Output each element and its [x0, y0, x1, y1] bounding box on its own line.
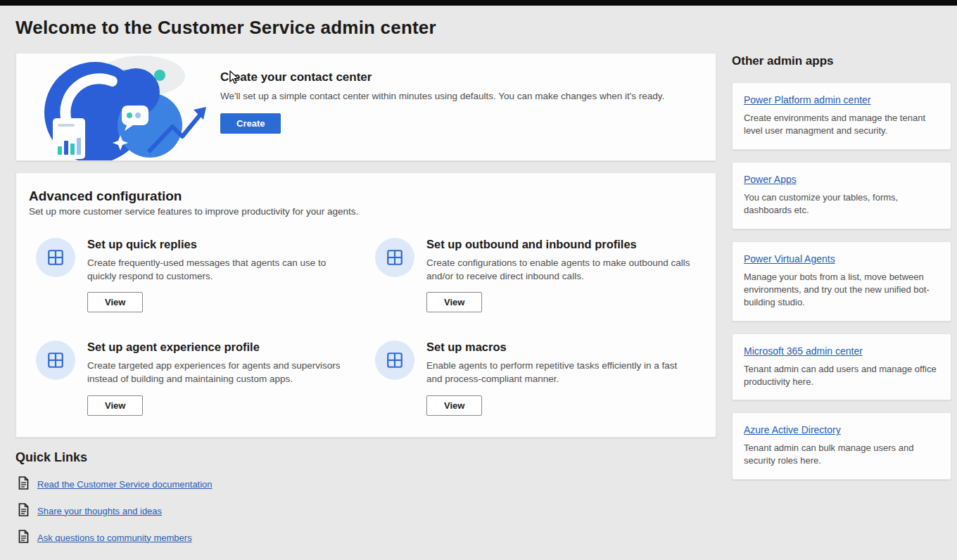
document-icon	[18, 503, 29, 519]
advanced-item-title: Set up quick replies	[87, 238, 353, 251]
contact-center-description: We'll set up a simple contact center wit…	[220, 91, 664, 101]
admin-app-description: Tenant admin can bulk manage users and s…	[744, 442, 939, 467]
page-title: Welcome to the Customer Service admin ce…	[15, 17, 951, 39]
admin-app-card-azure-active-directory: Azure Active Directory Tenant admin can …	[732, 412, 951, 480]
admin-app-link-power-virtual-agents[interactable]: Power Virtual Agents	[744, 253, 835, 265]
document-icon	[18, 530, 29, 546]
create-button[interactable]: Create	[220, 113, 281, 134]
advanced-items-grid: Set up quick replies Create frequently-u…	[29, 238, 703, 416]
admin-app-card-power-apps: Power Apps You can customize your tables…	[732, 162, 951, 229]
admin-app-link-power-platform[interactable]: Power Platform admin center	[744, 94, 871, 106]
advanced-item-title: Set up outbound and inbound profiles	[426, 238, 692, 251]
grid-icon	[375, 238, 414, 277]
quick-link-row: Ask questions to community members	[18, 530, 716, 546]
advanced-item-description: Create targeted app experiences for agen…	[87, 359, 353, 386]
advanced-item-agent-experience-profile: Set up agent experience profile Create t…	[36, 341, 357, 415]
advanced-item-title: Set up macros	[426, 341, 692, 354]
other-admin-apps-title: Other admin apps	[732, 54, 951, 68]
top-bar	[0, 0, 957, 6]
grid-icon	[375, 341, 414, 380]
admin-app-link-power-apps[interactable]: Power Apps	[744, 174, 797, 185]
advanced-configuration-title: Advanced configuration	[29, 189, 703, 204]
view-button-macros[interactable]: View	[426, 395, 482, 416]
advanced-item-description: Enable agents to perform repetitive task…	[426, 359, 692, 386]
quick-link-documentation[interactable]: Read the Customer Service documentation	[37, 479, 213, 490]
quick-links-section: Quick Links Read the Customer Service do…	[15, 450, 716, 546]
admin-app-link-azure-active-directory[interactable]: Azure Active Directory	[744, 424, 841, 435]
contact-center-illustration	[16, 53, 220, 160]
advanced-configuration-card: Advanced configuration Set up more custo…	[15, 172, 716, 438]
view-button-agent-experience-profile[interactable]: View	[87, 395, 143, 416]
advanced-item-quick-replies: Set up quick replies Create frequently-u…	[36, 238, 357, 312]
contact-center-content: Create your contact center We'll set up …	[220, 53, 664, 160]
advanced-item-title: Set up agent experience profile	[87, 341, 353, 354]
advanced-item-description: Create configurations to enable agents t…	[426, 256, 692, 283]
contact-center-title: Create your contact center	[220, 70, 664, 84]
admin-app-card-power-platform: Power Platform admin center Create envir…	[732, 82, 951, 150]
advanced-item-outbound-inbound-profiles: Set up outbound and inbound profiles Cre…	[375, 238, 696, 312]
advanced-item-macros: Set up macros Enable agents to perform r…	[375, 341, 696, 415]
other-admin-apps-panel: Other admin apps Power Platform admin ce…	[732, 53, 951, 492]
admin-app-description: You can customize your tables, forms, da…	[744, 191, 939, 217]
advanced-configuration-subtitle: Set up more customer service features to…	[29, 206, 703, 217]
phone-chat-growth-illustration	[16, 53, 220, 161]
admin-app-card-microsoft-365: Microsoft 365 admin center Tenant admin …	[732, 333, 951, 401]
quick-links-title: Quick Links	[15, 450, 716, 465]
quick-link-row: Read the Customer Service documentation	[18, 476, 716, 492]
admin-app-description: Create environments and manage the tenan…	[744, 112, 939, 137]
page: Welcome to the Customer Service admin ce…	[0, 17, 957, 556]
advanced-item-description: Create frequently-used messages that age…	[87, 256, 353, 283]
grid-icon	[36, 341, 75, 380]
admin-app-link-microsoft-365[interactable]: Microsoft 365 admin center	[744, 345, 863, 357]
view-button-outbound-inbound-profiles[interactable]: View	[426, 292, 482, 312]
main-column: Create your contact center We'll set up …	[15, 53, 716, 556]
quick-link-community[interactable]: Ask questions to community members	[37, 533, 192, 543]
admin-app-description: Tenant admin can add users and manage of…	[744, 363, 939, 388]
quick-link-share-ideas[interactable]: Share your thoughts and ideas	[37, 506, 162, 516]
admin-app-card-power-virtual-agents: Power Virtual Agents Manage your bots fr…	[732, 241, 951, 322]
contact-center-card: Create your contact center We'll set up …	[15, 53, 716, 161]
admin-app-description: Manage your bots from a list, move betwe…	[744, 271, 939, 309]
view-button-quick-replies[interactable]: View	[87, 292, 143, 312]
grid-icon	[36, 238, 75, 277]
quick-link-row: Share your thoughts and ideas	[18, 503, 716, 519]
document-icon	[18, 476, 29, 492]
